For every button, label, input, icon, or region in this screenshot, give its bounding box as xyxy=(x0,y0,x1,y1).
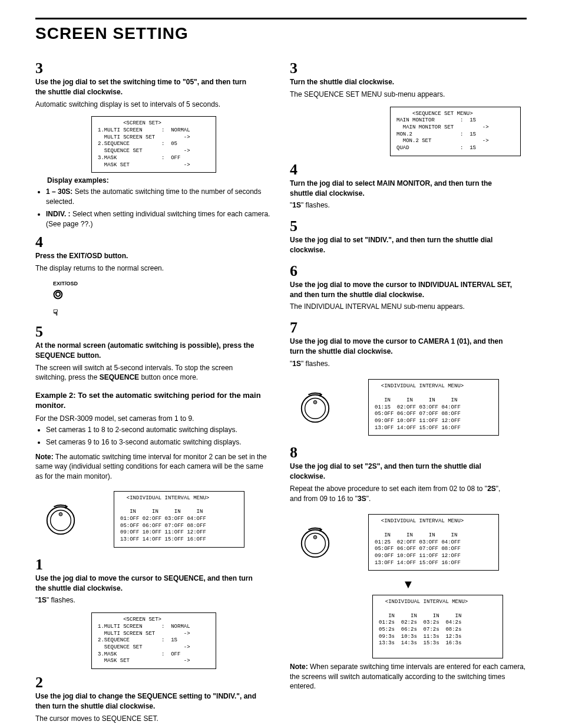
step-sub: "1S" flashes. xyxy=(290,200,513,210)
right-step-6: 6 Use the jog dial to move the cursor to… xyxy=(290,262,527,312)
step-head: Use the jog dial to set the switching ti… xyxy=(35,78,246,96)
dial-and-menu-row: <INDIVIDUAL INTERVAL MENU> IN IN IN IN 0… xyxy=(44,487,272,551)
down-arrow-icon: ▼ xyxy=(290,578,527,591)
individual-interval-menu-1: <INDIVIDUAL INTERVAL MENU> IN IN IN IN 0… xyxy=(114,491,244,548)
page-title: SCREEN SETTING xyxy=(35,24,527,43)
right-note: Note: When separate switching time inter… xyxy=(290,662,527,691)
individual-interval-menu-3: <INDIVIDUAL INTERVAL MENU> IN IN IN IN 0… xyxy=(368,514,499,571)
step-head: Use the jog dial to change the SEQUENCE … xyxy=(35,692,256,710)
button-press-icon: ⌾☟ xyxy=(53,285,272,318)
step-number: 3 xyxy=(290,60,302,77)
step-sub: The screen will switch at 5-second inter… xyxy=(35,363,258,383)
step-head: Use the jog dial to set "2S", and then t… xyxy=(290,462,481,480)
left-step-4: 4 Press the EXIT/OSD button. The display… xyxy=(35,233,272,274)
step-head: Turn the shuttle dial clockwise. xyxy=(290,78,394,86)
step-sub: The INDIVIDUAL INTERVAL MENU sub-menu ap… xyxy=(290,302,513,312)
list-item: Set cameras 1 to 8 to 2-second automatic… xyxy=(46,425,272,435)
left-step-5: 5 At the normal screen (automatic switch… xyxy=(35,323,272,383)
list-item: Set cameras 9 to 16 to 3-second automati… xyxy=(46,437,272,447)
dial-and-menu-row-3: <INDIVIDUAL INTERVAL MENU> IN IN IN IN 0… xyxy=(298,510,527,574)
step-number: 2 xyxy=(35,674,47,691)
step-number: 4 xyxy=(290,161,302,179)
right-step-3: 3 Turn the shuttle dial clockwise. The S… xyxy=(290,60,527,100)
screen-set-menu-1: <SCREEN SET> 1.MULTI SCREEN : NORMAL MUL… xyxy=(91,116,216,173)
example-2-list: Set cameras 1 to 8 to 2-second automatic… xyxy=(46,425,272,447)
exit-osd-icon: EXIT/OSD ⌾☟ xyxy=(53,281,272,318)
step-sub: The display returns to the normal screen… xyxy=(35,263,258,274)
top-rule xyxy=(35,18,527,19)
display-examples-heading: Display examples: xyxy=(47,176,272,185)
individual-interval-menu-2: <INDIVIDUAL INTERVAL MENU> IN IN IN IN 0… xyxy=(368,379,499,436)
step-number: 8 xyxy=(290,444,302,462)
left-column: 3 Use the jog dial to set the switching … xyxy=(35,55,272,728)
step-head: Press the EXIT/OSD button. xyxy=(35,252,128,260)
example-2-text: For the DSR-3009 model, set cameras from… xyxy=(35,414,272,423)
sequence-set-menu: <SEQUENCE SET MENU> MAIN MONITOR : 1S MA… xyxy=(390,107,521,156)
step-head: Use the jog dial to move the cursor to S… xyxy=(35,574,253,592)
left-step-3: 3 Use the jog dial to set the switching … xyxy=(35,60,272,109)
right-step-5: 5 Use the jog dial to set "INDIV.", and … xyxy=(290,218,527,255)
svg-point-2 xyxy=(59,512,62,516)
step-number: 4 xyxy=(35,233,47,251)
svg-point-6 xyxy=(313,401,317,404)
dial-and-menu-row-2: <INDIVIDUAL INTERVAL MENU> IN IN IN IN 0… xyxy=(298,375,527,439)
example-2-note: Note: The automatic switching time inter… xyxy=(35,452,272,482)
step-number: 6 xyxy=(290,262,302,280)
display-examples-list: 1 – 30S: Sets the automatic switching ti… xyxy=(46,187,272,229)
right-step-7: 7 Use the jog dial to move the cursor to… xyxy=(290,319,527,368)
right-column: 3 Turn the shuttle dial clockwise. The S… xyxy=(290,55,527,728)
step-sub: "1S" flashes. xyxy=(35,595,258,605)
example-2-heading: Example 2: To set the automatic switchin… xyxy=(35,391,272,411)
step-head: Use the jog dial to move the cursor to C… xyxy=(290,337,503,355)
step-head: At the normal screen (automatic switchin… xyxy=(35,341,254,360)
step-number: 5 xyxy=(35,323,47,341)
step-head: Turn the jog dial to select MAIN MONITOR… xyxy=(290,179,492,197)
step-sub: Repeat the above procedure to set each i… xyxy=(290,484,513,504)
step-sub: The cursor moves to SEQUENCE SET. xyxy=(35,714,258,724)
step-number: 1 xyxy=(35,556,47,574)
step-number: 3 xyxy=(35,60,47,77)
individual-interval-menu-4: <INDIVIDUAL INTERVAL MENU> IN IN IN IN 0… xyxy=(372,595,503,658)
step-number: 5 xyxy=(290,218,302,235)
list-item: INDIV. : Select when setting individual … xyxy=(46,209,272,229)
jog-dial-icon xyxy=(298,390,332,424)
jog-dial-icon xyxy=(44,502,78,536)
right-step-8: 8 Use the jog dial to set "2S", and then… xyxy=(290,444,527,503)
step-number: 7 xyxy=(290,319,302,337)
right-step-4: 4 Turn the jog dial to select MAIN MONIT… xyxy=(290,161,527,210)
step-sub: "1S" flashes. xyxy=(290,359,513,369)
step-head: Use the jog dial to move the cursor to I… xyxy=(290,281,512,299)
step-sub: Automatic switching display is set to in… xyxy=(35,100,258,110)
left-step-1: 1 Use the jog dial to move the cursor to… xyxy=(35,556,272,605)
left-step-2: 2 Use the jog dial to change the SEQUENC… xyxy=(35,674,272,723)
jog-dial-icon xyxy=(298,525,332,559)
svg-point-10 xyxy=(313,536,317,539)
list-item: 1 – 30S: Sets the automatic switching ti… xyxy=(46,187,272,207)
screen-set-menu-2: <SCREEN SET> 1.MULTI SCREEN : NORMAL MUL… xyxy=(91,612,216,669)
step-sub: The SEQUENCE SET MENU sub-menu appears. xyxy=(290,90,513,100)
step-head: Use the jog dial to set "INDIV.", and th… xyxy=(290,236,492,254)
